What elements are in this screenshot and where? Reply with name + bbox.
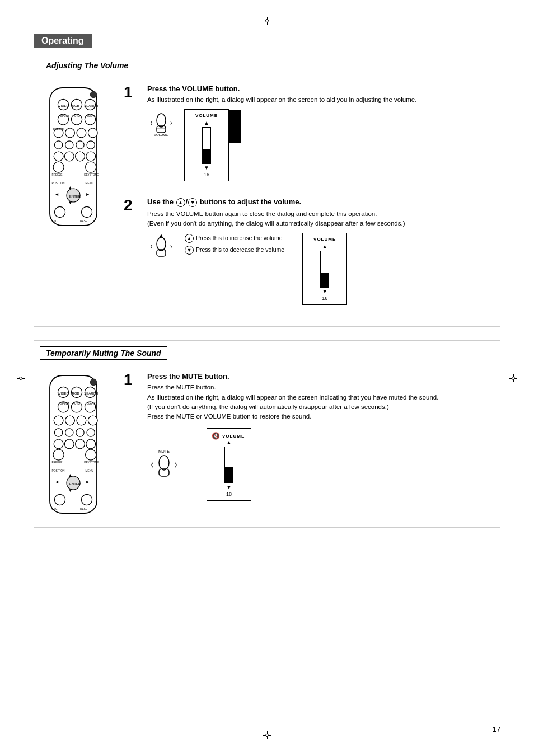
svg-point-17 [88,128,97,138]
mute-hand-icon: MUTE [147,447,181,482]
svg-point-26 [86,152,96,161]
operating-header: Operating [34,34,92,48]
cross-left [17,374,25,382]
vol-down-arrow-2: ▼ [322,289,327,294]
volume-bar-2: ▲ ▼ [307,244,342,294]
svg-point-23 [54,152,63,161]
corner-tl [17,17,28,28]
volume-track-1 [202,127,211,164]
svg-point-75 [86,439,96,449]
volume-dialog-1: VOLUME ▲ ▼ 16 [184,109,229,181]
svg-text:ENTER: ENTER [69,482,81,486]
svg-point-47 [157,237,166,251]
svg-text:MENU: MENU [86,182,94,185]
svg-point-57 [90,379,97,386]
svg-text:KEYSTONE: KEYSTONE [84,462,99,464]
step-2-title: Use the ▲/▼ buttons to adjust the volume… [147,198,494,207]
remote-illustration-2: VIDEO RGB SEARCH ASPECT AUTO BLANK [40,372,118,522]
svg-point-67 [88,416,97,425]
svg-point-68 [54,429,62,436]
step-2-subitems: ▲ Press this to increase the volume ▼ Pr… [184,233,284,256]
volume-number-1: 16 [189,172,224,177]
svg-text:ASPECT: ASPECT [59,115,69,118]
svg-point-20 [65,141,73,149]
svg-text:VIDEO: VIDEO [59,104,69,107]
svg-point-73 [64,439,74,449]
volume-fill-1 [203,149,210,164]
steps-col-2: 1 Press the MUTE button. Press the MUTE … [124,372,494,522]
volume-dialog-title-1: VOLUME [189,113,224,118]
adjusting-volume-content: VIDEO RGB SEARCH ASPECT AUTO BLANK [34,79,500,326]
svg-text:►: ► [86,480,90,485]
vol-up-arrow-2: ▲ [322,244,327,250]
volume-track-2 [320,251,329,288]
svg-text:RGB: RGB [72,392,79,395]
svg-text:►: ► [86,191,90,197]
cross-bottom [263,731,271,739]
svg-point-21 [76,141,84,149]
step-mute-desc: Press the MUTE button. As illustrated on… [147,383,494,421]
volume-black-accent-1 [229,110,241,143]
svg-text:FREEZE: FREEZE [52,173,63,176]
volume-number-mute: 18 [212,491,246,497]
step-1-volume: 1 Press the VOLUME button. As illustrate… [124,84,494,187]
svg-point-70 [76,429,84,436]
svg-text:RESET: RESET [80,220,89,223]
svg-point-65 [65,416,75,425]
step-body-2: Use the ▲/▼ buttons to adjust the volume… [147,198,494,305]
svg-text:◄: ◄ [54,191,59,197]
step-1-visuals: VOLUME VOLUME ▲ [147,109,494,181]
step-2-visuals: ▲ ▲ Press this to increase the volume [147,233,494,305]
vol-up-arrow-mute: ▲ [226,440,232,445]
svg-point-86 [54,495,65,505]
svg-point-77 [86,449,96,460]
svg-text:FREEZE: FREEZE [53,128,64,131]
svg-text:ESC: ESC [52,508,58,510]
svg-point-76 [53,449,64,460]
cross-top [263,17,271,25]
svg-point-43 [157,114,166,127]
svg-point-74 [76,439,85,449]
up-btn-icon: ▲ [176,198,185,207]
svg-point-66 [77,416,86,425]
volume-dialog-mute: 🔇 VOLUME ▲ ▼ 18 [207,428,251,501]
step-2-desc: Press the VOLUME button again to close t… [147,209,494,229]
svg-text:VOLUME: VOLUME [154,133,168,137]
svg-text:BLANK: BLANK [87,115,96,118]
svg-text:FREEZE: FREEZE [52,462,63,464]
step-mute-title: Press the MUTE button. [147,372,494,381]
page-container: Operating Adjusting The Volume VIDEO RGB… [0,0,534,756]
svg-text:AUTO: AUTO [73,402,81,405]
hand-icon-1: VOLUME [147,109,175,137]
mute-vol-header: 🔇 VOLUME [212,432,246,440]
svg-text:ESC: ESC [52,220,58,223]
step-1-title: Press the VOLUME button. [147,84,494,93]
volume-bar-mute: ▲ ▼ [212,440,246,490]
sub-item-decrease: ▼ Press this to decrease the volume [184,245,284,255]
muting-sound-content: VIDEO RGB SEARCH ASPECT AUTO BLANK [34,367,500,527]
svg-point-27 [53,162,64,172]
sub-item-increase: ▲ Press this to increase the volume [184,233,284,243]
remote-illustration-1: VIDEO RGB SEARCH ASPECT AUTO BLANK [40,84,118,321]
svg-text:MENU: MENU [86,469,94,472]
volume-bar-1: ▲ ▼ [189,120,224,171]
svg-point-38 [81,206,92,217]
volume-dialog-2: VOLUME ▲ ▼ 16 [302,233,347,305]
step-number-2: 2 [124,198,142,305]
step-1-mute: 1 Press the MUTE button. Press the MUTE … [124,372,494,506]
step-body-1: Press the VOLUME button. As illustrated … [147,84,494,181]
step-number-1: 1 [124,84,142,181]
svg-text:ENTER: ENTER [69,195,81,198]
volume-fill-mute [225,467,233,483]
step-mute-visuals: MUTE 🔇 V [147,428,494,501]
svg-text:KEYSTONE: KEYSTONE [84,173,99,176]
svg-point-7 [90,91,97,98]
svg-point-72 [54,439,63,449]
svg-point-19 [54,141,62,149]
svg-point-87 [81,495,92,505]
svg-point-69 [65,429,73,436]
svg-point-22 [87,141,95,149]
svg-point-16 [77,128,86,138]
vol-down-arrow-1: ▼ [204,165,209,171]
step-2-volume: 2 Use the ▲/▼ buttons to adjust the volu… [124,198,494,311]
